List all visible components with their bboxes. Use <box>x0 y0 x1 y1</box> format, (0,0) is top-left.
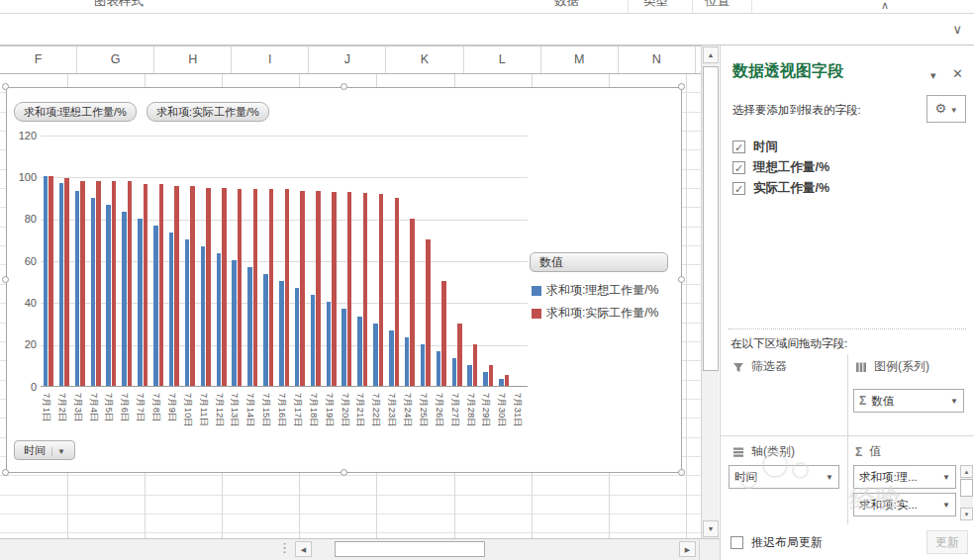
column-header-N[interactable]: N <box>619 47 696 73</box>
field-item-理想工作量/%[interactable]: ✓理想工作量/% <box>732 157 960 178</box>
chevron-down-icon: ▼ <box>950 106 958 115</box>
scrollbar-splitter-handle[interactable]: ⋮ <box>278 540 289 555</box>
axis-field-label: 时间 <box>24 444 46 456</box>
zone-divider-vertical <box>847 354 848 524</box>
tools-button[interactable]: ⚙ ▼ <box>926 95 966 123</box>
column-header-M[interactable]: M <box>541 47 619 73</box>
horizontal-scrollbar-thumb[interactable] <box>335 541 485 557</box>
ribbon-group-chart-styles: 图表样式 <box>94 0 144 10</box>
chevron-down-icon[interactable]: ▼ <box>826 473 833 482</box>
vertical-scrollbar[interactable]: ▲ ▼ <box>701 46 719 538</box>
field-checkbox[interactable]: ✓ <box>732 161 745 174</box>
defer-layout-row: 推迟布局更新 <box>730 534 823 551</box>
values-zone-scrollbar[interactable]: ▲ ▼ <box>960 465 973 520</box>
x-axis-labels: 7月1日7月2日7月3日7月4日7月5日7月6日7月7日7月8日7月9日7月10… <box>41 391 528 452</box>
chart-selection-handle[interactable] <box>341 83 347 90</box>
scrollbar-corner <box>699 540 719 560</box>
chart-selection-handle[interactable] <box>678 469 685 476</box>
chart-field-button-ideal[interactable]: 求和项:理想工作量/% <box>14 102 137 122</box>
x-axis-label: 7月21日 <box>354 391 370 452</box>
gear-icon: ⚙ <box>934 101 946 116</box>
column-header-F[interactable]: F <box>0 47 77 73</box>
chart-selection-handle[interactable] <box>2 469 9 476</box>
pane-options-chevron-icon[interactable]: ▾ <box>930 69 936 82</box>
pivot-chart[interactable]: 求和项:理想工作量/% 求和项:实际工作量/% 7月1日7月2日7月3日7月4日… <box>6 87 682 473</box>
x-axis-label: 7月27日 <box>449 391 465 452</box>
chevron-down-icon[interactable]: ▼ <box>950 397 958 406</box>
field-item-实际工作量/%[interactable]: ✓实际工作量/% <box>732 178 960 199</box>
chart-axis-field-button[interactable]: 时间▼ <box>14 440 75 460</box>
field-checkbox[interactable]: ✓ <box>732 182 745 195</box>
funnel-icon <box>732 361 744 373</box>
formula-bar-expand-icon[interactable]: ∨ <box>952 22 962 37</box>
bar <box>311 295 316 386</box>
bar <box>347 192 352 386</box>
scroll-down-icon[interactable]: ▼ <box>960 508 973 520</box>
scroll-up-icon[interactable]: ▲ <box>703 47 719 63</box>
column-header-J[interactable]: J <box>309 47 386 73</box>
bar <box>96 181 101 386</box>
column-header-G[interactable]: G <box>77 47 154 73</box>
axis-zone-header: 轴(类别) <box>732 443 795 460</box>
bar <box>505 375 510 386</box>
chart-selection-handle[interactable] <box>2 276 9 283</box>
bar <box>379 194 384 386</box>
close-icon[interactable]: ✕ <box>952 66 963 81</box>
columns-icon <box>855 361 867 373</box>
filters-zone-label: 筛选器 <box>751 358 787 375</box>
scroll-right-icon[interactable]: ▶ <box>679 541 696 557</box>
legend-zone-chip[interactable]: Σ数值▼ <box>853 389 964 413</box>
scroll-left-icon[interactable]: ◀ <box>295 541 312 557</box>
ribbon-collapse-icon[interactable]: ∧ <box>881 0 889 12</box>
column-header-K[interactable]: K <box>386 47 463 73</box>
filters-zone-header: 筛选器 <box>732 358 787 375</box>
chevron-down-icon[interactable]: ▼ <box>942 473 950 482</box>
field-item-时间[interactable]: ✓时间 <box>732 137 960 157</box>
chart-selection-handle[interactable] <box>2 83 9 90</box>
bar <box>389 330 394 387</box>
defer-layout-checkbox[interactable] <box>730 536 743 549</box>
chart-field-button-actual[interactable]: 求和项:实际工作量/% <box>146 102 269 122</box>
chart-selection-handle[interactable] <box>678 83 685 90</box>
bar <box>206 188 211 386</box>
update-button[interactable]: 更新 <box>926 530 968 554</box>
scroll-up-icon[interactable]: ▲ <box>960 465 973 478</box>
vertical-scrollbar-thumb[interactable] <box>703 66 719 371</box>
chart-selection-handle[interactable] <box>341 469 347 476</box>
values-zone-chip[interactable]: 求和项:理...▼ <box>853 465 956 489</box>
x-axis-label: 7月22日 <box>370 391 386 452</box>
formula-bar[interactable]: ∨ <box>0 15 974 46</box>
values-zone-chip[interactable]: 求和项:实...▼ <box>853 493 956 516</box>
column-header-L[interactable]: L <box>464 47 541 73</box>
bar <box>138 219 143 386</box>
bar <box>174 186 179 386</box>
scroll-down-icon[interactable]: ▼ <box>703 520 719 537</box>
y-axis-tick-40: 40 <box>9 297 37 309</box>
ribbon-separator <box>692 0 693 14</box>
bar <box>222 188 227 386</box>
bar <box>499 379 504 386</box>
x-axis-label: 7月23日 <box>386 391 402 452</box>
bar <box>441 281 446 386</box>
axis-zone-chip[interactable]: 时间▼ <box>729 465 839 489</box>
bar <box>247 267 252 386</box>
bar <box>457 324 462 387</box>
chart-selection-handle[interactable] <box>678 276 685 283</box>
bar <box>295 288 300 386</box>
field-label: 理想工作量/% <box>753 159 829 176</box>
bar <box>59 183 64 386</box>
bar <box>437 351 441 386</box>
bar <box>357 317 362 386</box>
bar <box>128 181 133 386</box>
bar <box>327 302 332 386</box>
bar <box>316 191 321 386</box>
horizontal-scrollbar[interactable]: ⋮ ◀ ▶ <box>0 538 720 560</box>
values-zone-scrollbar-thumb[interactable] <box>960 479 973 497</box>
bar <box>232 260 237 386</box>
chart-legend-field-button[interactable]: 数值 <box>530 252 668 272</box>
chevron-down-icon[interactable]: ▼ <box>942 501 950 510</box>
column-header-H[interactable]: H <box>154 47 232 73</box>
bar <box>75 191 80 386</box>
field-checkbox[interactable]: ✓ <box>732 140 745 153</box>
column-header-I[interactable]: I <box>232 47 309 73</box>
